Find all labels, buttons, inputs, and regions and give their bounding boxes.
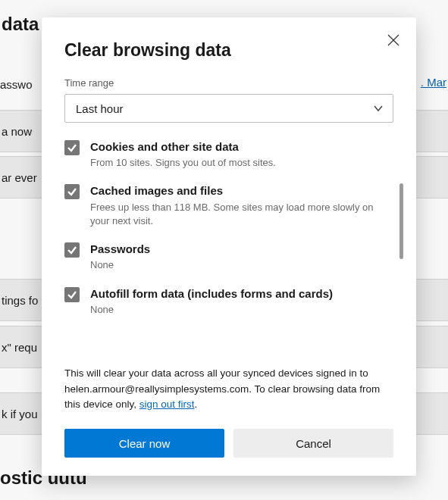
chevron-down-icon: [373, 103, 384, 114]
checkmark-icon: [67, 142, 77, 153]
option-desc: From 10 sites. Signs you out of most sit…: [90, 156, 390, 170]
option-desc: None: [90, 303, 390, 317]
checkmark-icon: [67, 245, 77, 255]
time-range-label: Time range: [64, 77, 416, 89]
time-range-value: Last hour: [76, 102, 124, 115]
checkmark-icon: [67, 186, 77, 197]
checkbox-autofill[interactable]: [64, 287, 80, 302]
dialog-title: Clear browsing data: [64, 40, 416, 61]
option-text: Cached images and files Frees up less th…: [90, 183, 390, 228]
checkbox-passwords[interactable]: [64, 242, 80, 258]
checkbox-cache[interactable]: [64, 184, 80, 199]
bg-heading: data: [0, 14, 39, 35]
option-title: Cached images and files: [90, 183, 390, 198]
footer-note: This will clear your data across all you…: [64, 366, 416, 412]
time-range-select[interactable]: Last hour: [64, 94, 393, 123]
option-cookies: Cookies and other site data From 10 site…: [64, 139, 390, 170]
option-title: Autofill form data (includes forms and c…: [90, 286, 390, 302]
footer-text-before: This will clear your data across all you…: [64, 367, 380, 410]
footer-text-after: .: [195, 398, 198, 410]
options-list: Cookies and other site data From 10 site…: [64, 139, 416, 361]
scrollbar[interactable]: [399, 183, 403, 259]
clear-now-button[interactable]: Clear now: [64, 429, 224, 458]
option-autofill: Autofill form data (includes forms and c…: [64, 286, 390, 317]
close-button[interactable]: [381, 28, 406, 52]
cancel-button[interactable]: Cancel: [233, 429, 393, 458]
clear-browsing-data-dialog: Clear browsing data Time range Last hour…: [42, 17, 416, 476]
option-title: Passwords: [90, 242, 390, 257]
option-passwords: Passwords None: [64, 242, 390, 272]
option-cache: Cached images and files Frees up less th…: [64, 183, 390, 228]
option-desc: Frees up less than 118 MB. Some sites ma…: [90, 201, 390, 228]
bg-text: asswo: [0, 78, 33, 91]
dialog-buttons: Clear now Cancel: [64, 429, 416, 458]
option-text: Autofill form data (includes forms and c…: [90, 286, 390, 317]
checkbox-cookies[interactable]: [64, 140, 80, 155]
option-title: Cookies and other site data: [90, 139, 390, 155]
option-text: Cookies and other site data From 10 site…: [90, 139, 390, 170]
option-text: Passwords None: [90, 242, 390, 272]
close-icon: [387, 34, 399, 46]
sign-out-link[interactable]: sign out first: [139, 398, 195, 410]
checkmark-icon: [67, 289, 77, 300]
option-desc: None: [90, 258, 390, 272]
bg-link[interactable]: . Mar: [421, 76, 446, 89]
